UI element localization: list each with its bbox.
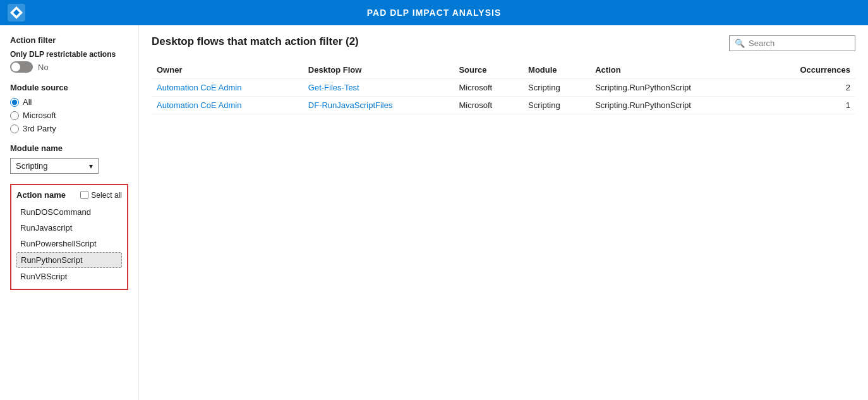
- radio-all-input[interactable]: [10, 98, 19, 107]
- search-icon: 🔍: [735, 39, 745, 48]
- action-name-title: Action name: [16, 190, 66, 200]
- action-list-item[interactable]: RunJavascript: [16, 221, 122, 235]
- radio-microsoft-label: Microsoft: [23, 111, 56, 120]
- only-dlp-title: Only DLP restrictable actions: [10, 50, 128, 59]
- module-source-section: Module source All Microsoft 3rd Party: [10, 83, 128, 133]
- radio-3rdparty-label: 3rd Party: [23, 124, 56, 133]
- sidebar: Action filter Only DLP restrictable acti…: [0, 25, 139, 400]
- search-input[interactable]: [749, 39, 850, 48]
- owner-cell-link[interactable]: Automation CoE Admin: [157, 83, 241, 92]
- select-all-row: Select all: [80, 191, 122, 200]
- radio-all-label: All: [23, 97, 32, 107]
- results-table: OwnerDesktop FlowSourceModuleActionOccur…: [152, 61, 855, 114]
- content-title: Desktop flows that match action filter (…: [152, 35, 359, 48]
- chevron-down-icon: ▾: [89, 162, 93, 171]
- module-cell: Scripting: [523, 97, 590, 114]
- module-cell: Scripting: [523, 79, 590, 97]
- desktop-flow-cell-link[interactable]: DF-RunJavaScriptFiles: [308, 100, 393, 110]
- app-header: PAD DLP IMPACT ANALYSIS: [0, 0, 868, 25]
- owner-cell-link[interactable]: Automation CoE Admin: [157, 100, 241, 110]
- action-list-item[interactable]: RunPowershellScript: [16, 236, 122, 251]
- toggle-row: No: [10, 61, 128, 73]
- action-cell: Scripting.RunPythonScript: [590, 97, 759, 114]
- table-body: Automation CoE AdminGet-Files-TestMicros…: [152, 79, 855, 114]
- table-container: OwnerDesktop FlowSourceModuleActionOccur…: [152, 61, 855, 114]
- action-list-item[interactable]: RunDOSCommand: [16, 205, 122, 219]
- module-name-title: Module name: [10, 143, 128, 153]
- action-list-item[interactable]: RunPythonScript: [16, 252, 122, 268]
- table-header: OwnerDesktop FlowSourceModuleActionOccur…: [152, 61, 855, 79]
- action-name-box: Action name Select all RunDOSCommandRunJ…: [10, 184, 128, 290]
- action-filter-title: Action filter: [10, 35, 128, 45]
- table-col-desktop-flow: Desktop Flow: [303, 61, 454, 79]
- occurrences-cell: 2: [759, 79, 855, 97]
- occurrences-cell: 1: [759, 97, 855, 114]
- action-list: RunDOSCommandRunJavascriptRunPowershellS…: [16, 205, 122, 284]
- desktop-flow-cell-link[interactable]: Get-Files-Test: [308, 83, 359, 92]
- action-name-header: Action name Select all: [16, 190, 122, 200]
- toggle-label: No: [38, 63, 49, 72]
- radio-3rdparty-input[interactable]: [10, 124, 19, 133]
- module-name-section: Module name Scripting ▾: [10, 143, 128, 174]
- radio-microsoft[interactable]: Microsoft: [10, 111, 128, 120]
- table-col-action: Action: [590, 61, 759, 79]
- module-source-title: Module source: [10, 83, 128, 92]
- search-box[interactable]: 🔍: [729, 35, 855, 51]
- select-all-label: Select all: [91, 191, 122, 200]
- module-source-radio-group: All Microsoft 3rd Party: [10, 97, 128, 133]
- desktop-flow-cell[interactable]: DF-RunJavaScriptFiles: [303, 97, 454, 114]
- radio-3rdparty[interactable]: 3rd Party: [10, 124, 128, 133]
- module-name-dropdown[interactable]: Scripting ▾: [10, 158, 99, 174]
- table-col-source: Source: [454, 61, 523, 79]
- source-cell: Microsoft: [454, 79, 523, 97]
- main-container: Action filter Only DLP restrictable acti…: [0, 25, 868, 400]
- owner-cell[interactable]: Automation CoE Admin: [152, 97, 303, 114]
- content-area: Desktop flows that match action filter (…: [139, 25, 868, 400]
- table-row: Automation CoE AdminGet-Files-TestMicros…: [152, 79, 855, 97]
- action-list-item[interactable]: RunVBScript: [16, 269, 122, 284]
- table-col-owner: Owner: [152, 61, 303, 79]
- owner-cell[interactable]: Automation CoE Admin: [152, 79, 303, 97]
- table-col-occurrences: Occurrences: [759, 61, 855, 79]
- dlp-toggle[interactable]: [10, 61, 33, 73]
- desktop-flow-cell[interactable]: Get-Files-Test: [303, 79, 454, 97]
- radio-all[interactable]: All: [10, 97, 128, 107]
- select-all-checkbox[interactable]: [80, 191, 88, 199]
- table-row: Automation CoE AdminDF-RunJavaScriptFile…: [152, 97, 855, 114]
- radio-microsoft-input[interactable]: [10, 111, 19, 120]
- table-col-module: Module: [523, 61, 590, 79]
- header-title: PAD DLP IMPACT ANALYSIS: [367, 8, 502, 18]
- table-header-row: OwnerDesktop FlowSourceModuleActionOccur…: [152, 61, 855, 79]
- content-header: Desktop flows that match action filter (…: [152, 35, 855, 51]
- app-logo: [8, 4, 25, 21]
- source-cell: Microsoft: [454, 97, 523, 114]
- module-name-value: Scripting: [16, 161, 48, 171]
- action-cell: Scripting.RunPythonScript: [590, 79, 759, 97]
